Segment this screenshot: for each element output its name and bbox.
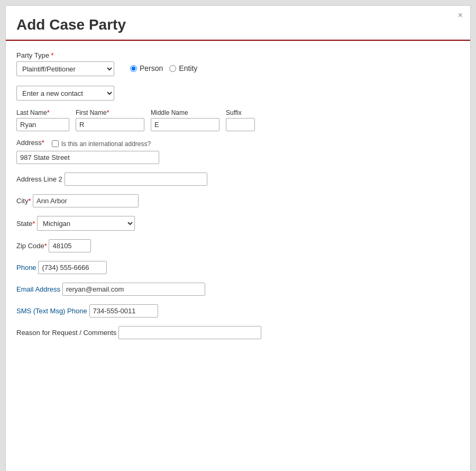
first-name-field: First Name* [76, 109, 144, 131]
entity-label: Entity [179, 64, 197, 73]
contact-row: Enter a new contact Search existing cont… [16, 86, 460, 101]
person-label: Person [140, 64, 163, 73]
state-label: State* [16, 220, 37, 228]
suffix-label: Suffix [226, 109, 255, 116]
city-input[interactable] [33, 194, 139, 207]
person-entity-section: Person Entity [130, 64, 197, 73]
close-button[interactable]: × [458, 11, 463, 20]
modal: × Add Case Party Party Type * Plaintiff/… [5, 5, 471, 471]
entity-radio[interactable] [169, 65, 176, 72]
contact-select[interactable]: Enter a new contact Search existing cont… [16, 86, 114, 101]
email-label: Email Address [16, 285, 60, 293]
state-select[interactable]: AlabamaAlaskaArizona ArkansasCaliforniaC… [37, 216, 135, 231]
zip-row: Zip Code* [16, 239, 460, 252]
last-name-field: Last Name* [16, 109, 69, 131]
page-title: Add Case Party [6, 6, 470, 41]
address-label: Address* [16, 139, 44, 147]
city-row: City* [16, 194, 460, 207]
phone-label: Phone [16, 264, 36, 271]
phone-row: Phone [16, 261, 460, 274]
email-row: Email Address [16, 283, 460, 296]
city-label: City* [16, 197, 33, 205]
name-row: Last Name* First Name* Middle Name Suffi… [16, 109, 460, 131]
intl-address-text: Is this an international address? [61, 140, 151, 148]
intl-address-label[interactable]: Is this an international address? [52, 140, 151, 148]
last-name-label: Last Name* [16, 109, 69, 116]
sms-input[interactable] [89, 304, 158, 318]
comments-label: Reason for Request / Comments [16, 329, 116, 337]
address2-input[interactable] [65, 173, 207, 186]
address2-label: Address Line 2 [16, 175, 62, 183]
sms-label: SMS (Text Msg) Phone [16, 307, 87, 315]
last-name-input[interactable] [16, 118, 69, 131]
zip-input[interactable] [49, 239, 91, 252]
form-body: Party Type * Plaintiff/Petitioner Defend… [6, 51, 470, 358]
phone-input[interactable] [38, 261, 107, 274]
suffix-field: Suffix [226, 109, 255, 131]
first-name-label: First Name* [76, 109, 144, 116]
sms-row: SMS (Text Msg) Phone [16, 304, 460, 318]
middle-name-label: Middle Name [151, 109, 219, 116]
first-name-input[interactable] [76, 118, 144, 131]
party-type-section: Party Type * Plaintiff/Petitioner Defend… [16, 51, 114, 76]
address-input[interactable] [16, 151, 159, 164]
person-radio[interactable] [130, 65, 137, 72]
email-input[interactable] [62, 283, 205, 296]
middle-name-input[interactable] [151, 118, 219, 131]
middle-name-field: Middle Name [151, 109, 219, 131]
party-type-row: Party Type * Plaintiff/Petitioner Defend… [16, 51, 460, 76]
address-row: Address* Is this an international addres… [16, 139, 460, 164]
party-type-select[interactable]: Plaintiff/Petitioner Defendant/Responden… [16, 61, 114, 76]
intl-address-checkbox[interactable] [52, 140, 59, 147]
suffix-input[interactable] [226, 118, 255, 131]
entity-option[interactable]: Entity [169, 64, 197, 73]
party-type-label: Party Type * [16, 51, 114, 59]
person-option[interactable]: Person [130, 64, 163, 73]
comments-row: Reason for Request / Comments [16, 326, 460, 339]
address-label-row: Address* Is this an international addres… [16, 139, 460, 149]
comments-input[interactable] [118, 326, 261, 339]
address2-row: Address Line 2 [16, 173, 460, 186]
zip-label: Zip Code* [16, 242, 49, 250]
state-row: State* AlabamaAlaskaArizona ArkansasCali… [16, 216, 460, 231]
